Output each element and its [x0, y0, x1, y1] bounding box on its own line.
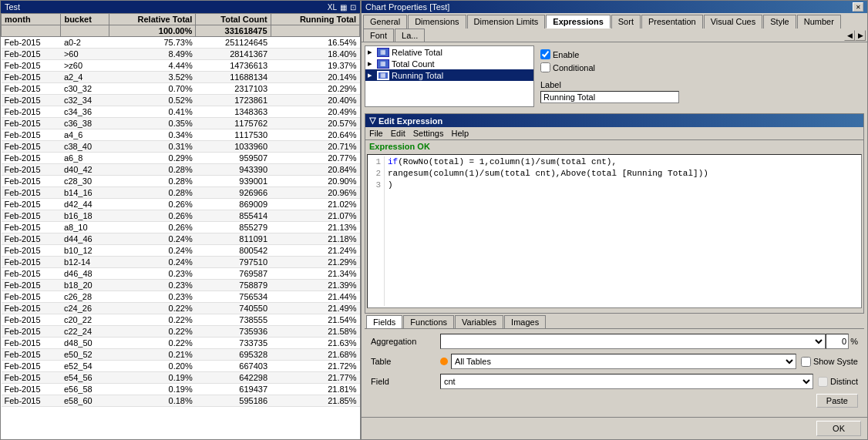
summary-bucket — [61, 25, 109, 37]
tab-general[interactable]: General — [363, 15, 407, 29]
table-row[interactable]: Feb-2015d44_460.24%81109121.18% — [2, 233, 360, 245]
cell-runningTotal: 20.71% — [271, 141, 359, 153]
tab-navigation: ◀ ▶ — [844, 29, 866, 42]
table-row[interactable]: Feb-2015b12-140.24%79751021.29% — [2, 257, 360, 268]
menu-edit[interactable]: Edit — [391, 129, 405, 138]
menu-help[interactable]: Help — [451, 129, 469, 138]
cell-runningTotal: 21.58% — [271, 326, 359, 338]
table-row[interactable]: Feb-2015e58_600.18%59518621.85% — [2, 395, 360, 407]
cell-month: Feb-2015 — [2, 314, 61, 326]
col-relative-total[interactable]: Relative Total — [109, 14, 196, 25]
orange-dot-icon — [440, 358, 448, 365]
resize-handle[interactable] — [365, 310, 863, 313]
cell-month: Feb-2015 — [2, 395, 61, 407]
close-button[interactable]: ✕ — [853, 2, 863, 12]
tab-expressions[interactable]: Expressions — [546, 15, 610, 29]
tab-font[interactable]: Font — [363, 29, 394, 42]
menu-file[interactable]: File — [369, 129, 383, 138]
percent-box[interactable]: 0 — [826, 334, 849, 349]
cell-totalCount: 939001 — [196, 176, 271, 187]
table-row[interactable]: Feb-2015>z604.44%1473661319.37% — [2, 60, 360, 72]
table-row[interactable]: Feb-2015c26_280.23%75653421.44% — [2, 291, 360, 303]
table-row[interactable]: Feb-2015c28_300.28%93900120.90% — [2, 176, 360, 187]
table-row[interactable]: Feb-2015c36_380.35%117576220.57% — [2, 118, 360, 129]
sub-tab-images[interactable]: Images — [504, 315, 546, 328]
table-row[interactable]: Feb-2015e52_540.20%66740321.72% — [2, 361, 360, 372]
col-bucket[interactable]: bucket — [61, 14, 109, 25]
tab-style[interactable]: Style — [763, 15, 796, 29]
col-total-count[interactable]: Total Count — [196, 14, 271, 25]
data-table-container[interactable]: month bucket Relative Total Total Count … — [1, 13, 360, 439]
table-row[interactable]: Feb-2015c38_400.31%103396020.71% — [2, 141, 360, 153]
expr-item-total-count[interactable]: ▸ ▦ Total Count — [365, 58, 533, 69]
table-row[interactable]: Feb-2015b14_160.28%92696620.96% — [2, 187, 360, 199]
table-row[interactable]: Feb-2015a4_60.34%111753020.64% — [2, 129, 360, 141]
ok-button[interactable]: OK — [816, 421, 861, 436]
distinct-checkbox[interactable] — [818, 377, 828, 387]
cell-relativeTotal: 0.23% — [109, 291, 196, 303]
tab-nav-left[interactable]: ◀ — [844, 30, 855, 41]
tab-number[interactable]: Number — [797, 15, 841, 29]
paste-button[interactable]: Paste — [816, 394, 858, 408]
expr-item-relative-total[interactable]: ▸ ▦ Relative Total — [365, 46, 533, 58]
table-row[interactable]: Feb-2015a6_80.29%95950720.77% — [2, 153, 360, 164]
aggregation-select[interactable] — [440, 334, 826, 349]
table-row[interactable]: Feb-2015d48_500.22%73373521.63% — [2, 338, 360, 349]
table-row[interactable]: Feb-2015e50_520.21%69532821.68% — [2, 349, 360, 361]
menu-settings[interactable]: Settings — [413, 129, 444, 138]
tab-layout[interactable]: La... — [395, 29, 425, 42]
enable-checkbox[interactable] — [540, 49, 550, 59]
table-row[interactable]: Feb-2015>608.49%2814136718.40% — [2, 49, 360, 60]
cell-totalCount: 797510 — [196, 257, 271, 268]
table-row[interactable]: Feb-2015b16_180.26%85541421.07% — [2, 210, 360, 222]
col-month[interactable]: month — [2, 14, 61, 25]
table-row[interactable]: Feb-2015c22_240.22%73593621.58% — [2, 326, 360, 338]
expand-icon: ⊡ — [350, 3, 356, 12]
table-select[interactable]: All Tables — [451, 354, 796, 369]
tab-sort[interactable]: Sort — [611, 15, 641, 29]
table-row[interactable]: Feb-2015e54_560.19%64229821.77% — [2, 372, 360, 384]
label-input[interactable] — [540, 91, 679, 103]
table-row[interactable]: Feb-2015c32_340.52%172386120.40% — [2, 95, 360, 106]
edit-expr-expand-icon[interactable]: ▽ — [369, 116, 375, 126]
table-row[interactable]: Feb-2015c30_320.70%231710320.29% — [2, 83, 360, 95]
sub-tab-fields[interactable]: Fields — [366, 315, 402, 328]
tab-visual-cues[interactable]: Visual Cues — [704, 15, 763, 29]
cell-bucket: c22_24 — [61, 326, 109, 338]
expr-item-running-total[interactable]: ▸ ▦ Running Total — [365, 69, 533, 81]
table-row[interactable]: Feb-2015e56_580.19%61943721.81% — [2, 384, 360, 395]
line-3: 3 — [369, 180, 381, 191]
sub-tab-functions[interactable]: Functions — [403, 315, 454, 328]
expand-running-total[interactable]: ▸ — [368, 70, 375, 80]
table-row[interactable]: Feb-2015b10_120.24%80054221.24% — [2, 245, 360, 257]
table-row[interactable]: Feb-2015d40_420.28%94339020.84% — [2, 164, 360, 176]
show-system-checkbox[interactable] — [801, 357, 811, 367]
cell-relativeTotal: 0.29% — [109, 153, 196, 164]
table-row[interactable]: Feb-2015d42_440.26%86900921.02% — [2, 199, 360, 210]
tab-dimension-limits[interactable]: Dimension Limits — [467, 15, 546, 29]
code-content[interactable]: if(RowNo(total) = 1,column(1)/sum(total … — [385, 156, 708, 306]
expression-list[interactable]: ▸ ▦ Relative Total ▸ ▦ Total Count ▸ ▦ R… — [365, 45, 534, 107]
table-row[interactable]: Feb-2015a8_100.26%85527921.13% — [2, 222, 360, 233]
code-editor[interactable]: 1 2 3 if(RowNo(total) = 1,column(1)/sum(… — [367, 154, 862, 308]
table-row[interactable]: Feb-2015b18_200.23%75887921.39% — [2, 280, 360, 291]
expr-label-running-total: Running Total — [392, 71, 443, 80]
col-running-total[interactable]: Running Total — [271, 14, 359, 25]
table-row[interactable]: Feb-2015d46_480.23%76958721.34% — [2, 268, 360, 280]
sub-tab-variables[interactable]: Variables — [455, 315, 503, 328]
tab-nav-right[interactable]: ▶ — [855, 30, 866, 41]
cell-runningTotal: 20.29% — [271, 83, 359, 95]
cell-bucket: b10_12 — [61, 245, 109, 257]
table-row[interactable]: Feb-2015a0-275.73%25112464516.54% — [2, 37, 360, 49]
tab-dimensions[interactable]: Dimensions — [408, 15, 466, 29]
expand-relative[interactable]: ▸ — [368, 47, 375, 57]
expand-total-count[interactable]: ▸ — [368, 59, 375, 69]
tab-presentation[interactable]: Presentation — [641, 15, 703, 29]
table-row[interactable]: Feb-2015a2_43.52%1168813420.14% — [2, 72, 360, 83]
table-row[interactable]: Feb-2015c20_220.22%73855521.54% — [2, 314, 360, 326]
test-window-title: Test — [5, 2, 20, 12]
conditional-checkbox[interactable] — [540, 62, 550, 72]
table-row[interactable]: Feb-2015c34_360.41%134836320.49% — [2, 106, 360, 118]
field-select[interactable]: cnt — [440, 374, 813, 389]
table-row[interactable]: Feb-2015c24_260.22%74055021.49% — [2, 303, 360, 314]
